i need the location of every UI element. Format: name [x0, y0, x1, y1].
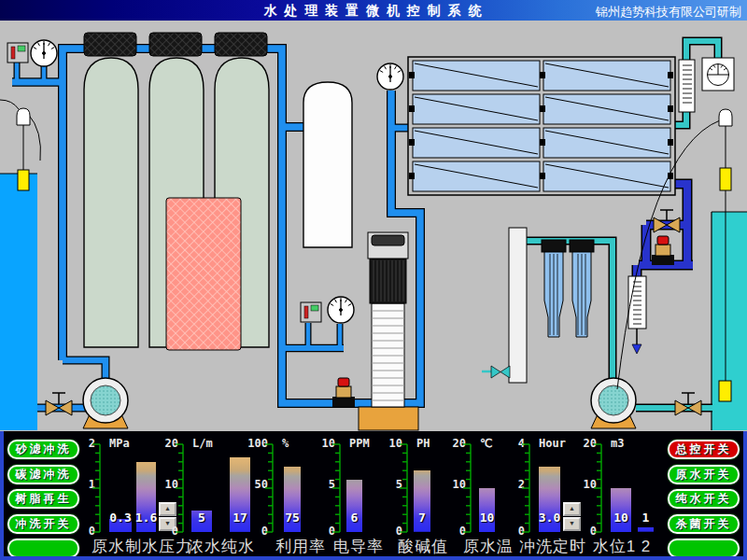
- page-title: 水 处 理 装 置 微 机 控 制 系 统: [264, 3, 484, 20]
- gauge-0-label: 原水制水压力: [92, 536, 192, 557]
- level-float-2: [719, 381, 731, 401]
- left-button-1[interactable]: 砂滤冲洗: [7, 440, 79, 459]
- gauge-7-label: 水位1 2: [593, 536, 652, 557]
- gauge-6-value-0: 3.0: [539, 511, 560, 525]
- gauge-4-label: 酸碱值: [398, 536, 448, 557]
- gauge-6-max: 4: [493, 437, 525, 450]
- left-button-2[interactable]: 碳滤冲洗: [7, 465, 79, 484]
- gauge-4-max: 10: [371, 437, 402, 450]
- gauge-2-mid: 50: [236, 478, 268, 491]
- left-button-5[interactable]: [7, 539, 79, 558]
- right-button-1[interactable]: 总控开关: [668, 440, 740, 459]
- left-button-3[interactable]: 树脂再生: [7, 489, 79, 509]
- gauge-7-value-1: 1: [642, 511, 650, 525]
- gauge-3-min: 0: [303, 525, 335, 538]
- gauge-6-unit: Hour: [539, 437, 566, 450]
- gauge-3-unit: PPM: [349, 437, 370, 450]
- gauge-3-label: 电导率: [333, 536, 384, 557]
- control-panel: 210MPa0.31.6原水制水压力▲▼20100L/m517浓水纯水10050…: [0, 431, 747, 560]
- gauge-2-min: 0: [236, 525, 268, 538]
- gauge-5-unit: ℃: [480, 437, 492, 450]
- left-button-4[interactable]: 冲洗开关: [7, 514, 79, 534]
- resin-bed-overlay: [166, 198, 241, 350]
- vessel-cap-1: [84, 33, 136, 56]
- frame-bottom: [0, 556, 747, 560]
- level-float-1: [18, 170, 29, 190]
- gauge-3-mid: 5: [303, 478, 335, 491]
- vessel-cap-2: [149, 33, 202, 56]
- pressure-gauge-1: [31, 40, 57, 66]
- gauge-2-max: 100: [236, 437, 268, 450]
- right-button-3[interactable]: 纯水开关: [668, 489, 740, 509]
- gauge-1-value-0: 5: [198, 511, 205, 525]
- conductivity-meter: [702, 58, 734, 91]
- right-button-4[interactable]: 杀菌开关: [668, 514, 740, 534]
- gauge-1-mid: 10: [147, 478, 178, 491]
- gauge-3-max: 10: [303, 437, 335, 450]
- control-box-1: [7, 43, 28, 63]
- gauge-2-unit: %: [282, 437, 289, 450]
- raw-water-tank: [0, 174, 37, 430]
- filter-vessels: [84, 33, 269, 350]
- gauge-4-value-0: 7: [418, 511, 426, 525]
- gauge-7-unit: m3: [611, 437, 624, 450]
- gauge-5-min: 0: [434, 525, 466, 538]
- frame-left: [0, 431, 4, 560]
- sand-filter-vessel: [84, 58, 138, 347]
- gauge-2-value-0: 75: [285, 511, 300, 525]
- pressure-gauge-3: [377, 63, 403, 90]
- title-bar: 水 处 理 装 置 微 机 控 制 系 统 锦州趋势科技有限公司研制: [0, 0, 747, 21]
- gauge-1-max: 20: [147, 437, 178, 450]
- control-box-2: [301, 302, 321, 322]
- gauge-1-unit: L/m: [192, 437, 213, 450]
- pulley-arch-2: [719, 109, 732, 126]
- gauge-0-value-0: 0.3: [109, 511, 131, 525]
- pulley-arch-1: [17, 108, 30, 125]
- feed-pump: [83, 378, 128, 428]
- flow-meter-vertical: [679, 60, 695, 112]
- vessel-cap-3: [215, 33, 267, 56]
- gauge-7-value-0: 10: [613, 511, 628, 525]
- gauge-6-mid: 2: [493, 478, 525, 491]
- gauge-1-value-1: 17: [233, 511, 247, 525]
- gauge-5-value-0: 10: [480, 511, 495, 525]
- gauge-4-unit: PH: [416, 437, 430, 450]
- counterweight: [720, 168, 731, 190]
- gauge-0-value-1: 1.6: [135, 511, 157, 525]
- degasser-tank: [303, 82, 352, 247]
- gauge-2-label: 利用率: [275, 536, 326, 557]
- company-name: 锦州趋势科技有限公司研制: [596, 4, 741, 21]
- ro-membrane-array: [408, 57, 675, 195]
- gauge-0-unit: MPa: [109, 437, 130, 450]
- gauge-1-label: 浓水纯水: [188, 536, 255, 557]
- pressure-gauge-2: [328, 297, 354, 323]
- gauge-5-max: 20: [434, 437, 466, 450]
- frame-right: [743, 431, 747, 560]
- gauge-3-value-0: 6: [351, 511, 359, 525]
- gauge-6-label: 冲洗定时: [519, 536, 586, 557]
- right-button-5[interactable]: [668, 539, 740, 558]
- gauge-5-label: 原水温: [463, 536, 514, 557]
- gauge-5-mid: 10: [434, 478, 466, 491]
- spinner-up-icon[interactable]: ▲: [159, 502, 176, 516]
- gauge-7-bar-1: [638, 527, 654, 532]
- spinner-up-icon[interactable]: ▲: [563, 502, 581, 516]
- transfer-pump: [591, 378, 636, 428]
- gauge-1-min: 0: [147, 525, 178, 538]
- gauge-7-mid: 10: [565, 478, 597, 491]
- gauge-7-max: 20: [565, 437, 597, 450]
- gauge-4-mid: 5: [371, 478, 402, 491]
- right-button-2[interactable]: 原水开关: [668, 465, 740, 484]
